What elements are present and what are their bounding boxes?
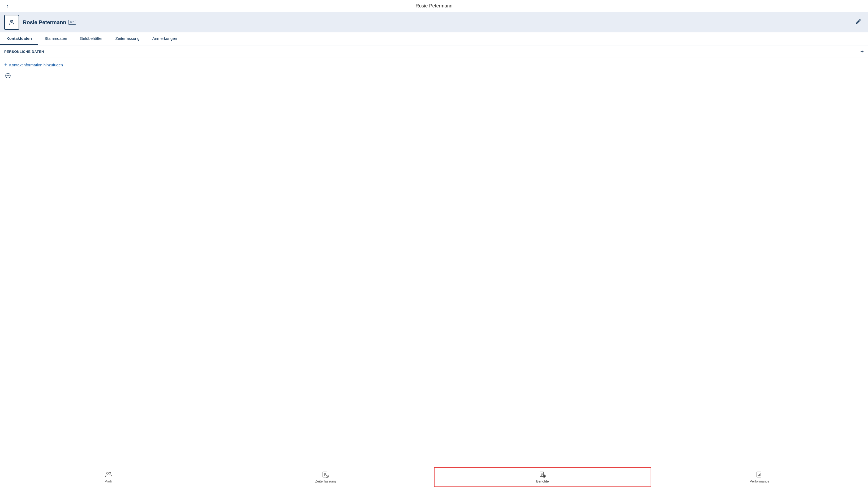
minus-circle-icon bbox=[5, 72, 11, 79]
tab-zeiterfassung[interactable]: Zeiterfassung bbox=[109, 32, 146, 45]
nav-zeiterfassung-label: Zeiterfassung bbox=[315, 479, 336, 483]
nav-profil[interactable]: Profil bbox=[0, 467, 217, 487]
back-button[interactable]: ‹ bbox=[4, 2, 10, 11]
profile-name-row: Rosie Petermann Ich bbox=[23, 20, 76, 26]
tab-kontaktdaten[interactable]: Kontaktdaten bbox=[0, 32, 38, 45]
add-contact-label: Kontaktinformation hinzufügen bbox=[9, 63, 63, 67]
tabs-row: Kontaktdaten Stammdaten Geldbehälter Zei… bbox=[0, 32, 868, 45]
tab-geldbehaelter[interactable]: Geldbehälter bbox=[73, 32, 109, 45]
svg-point-5 bbox=[106, 473, 108, 474]
profile-name: Rosie Petermann bbox=[23, 20, 66, 26]
page-title: Rosie Petermann bbox=[415, 3, 452, 9]
profile-header: Rosie Petermann Ich bbox=[0, 12, 868, 32]
profile-left: Rosie Petermann Ich bbox=[4, 15, 76, 30]
nav-zeiterfassung[interactable]: Zeiterfassung bbox=[217, 467, 434, 487]
edit-button[interactable] bbox=[853, 17, 864, 27]
nav-berichte-label: Berichte bbox=[536, 479, 549, 483]
nav-berichte[interactable]: Berichte bbox=[434, 467, 651, 487]
svg-point-6 bbox=[109, 473, 111, 474]
avatar-person-icon bbox=[8, 19, 16, 26]
avatar bbox=[4, 15, 19, 30]
nav-profil-label: Profil bbox=[104, 479, 113, 483]
remove-button[interactable] bbox=[4, 72, 12, 80]
edit-icon bbox=[855, 18, 862, 25]
profile-info: Rosie Petermann Ich bbox=[23, 20, 76, 26]
main-content: PERSÖNLICHE DATEN + + Kontaktinformation… bbox=[0, 45, 868, 460]
performance-icon bbox=[756, 471, 763, 478]
contact-area: + Kontaktinformation hinzufügen bbox=[0, 58, 868, 84]
berichte-icon bbox=[539, 471, 546, 478]
add-contact-plus-icon: + bbox=[4, 62, 7, 68]
top-header: ‹ Rosie Petermann bbox=[0, 0, 868, 12]
add-contact-link[interactable]: + Kontaktinformation hinzufügen bbox=[4, 62, 864, 68]
nav-performance[interactable]: Performance bbox=[651, 467, 868, 487]
section-title: PERSÖNLICHE DATEN bbox=[4, 50, 44, 54]
bottom-nav: Profil Zeiterfassung Berichte bbox=[0, 467, 868, 487]
ich-badge: Ich bbox=[68, 20, 76, 25]
nav-performance-label: Performance bbox=[750, 479, 769, 483]
zeiterfassung-nav-icon bbox=[322, 471, 329, 478]
section-add-button[interactable]: + bbox=[860, 49, 864, 55]
tab-anmerkungen[interactable]: Anmerkungen bbox=[146, 32, 183, 45]
section-header: PERSÖNLICHE DATEN + bbox=[0, 45, 868, 58]
profil-icon bbox=[105, 471, 112, 478]
tab-stammdaten[interactable]: Stammdaten bbox=[38, 32, 73, 45]
